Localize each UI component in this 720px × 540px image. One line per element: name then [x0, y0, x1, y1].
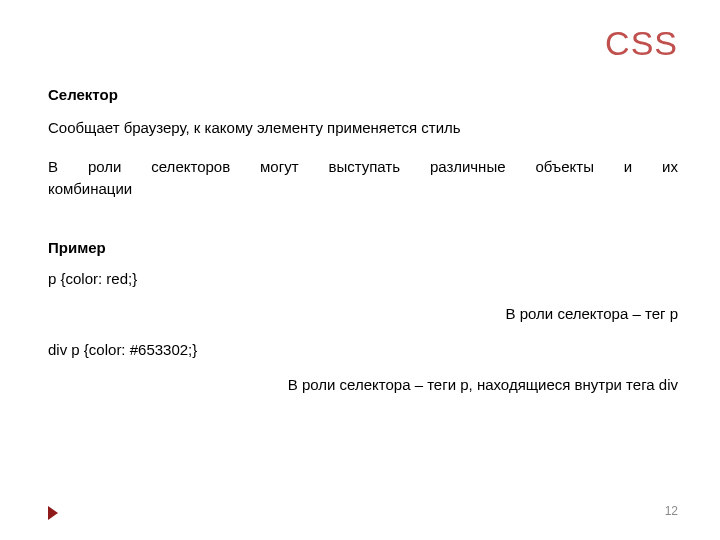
code-example-1: p {color: red;}: [48, 270, 678, 287]
page-number: 12: [665, 504, 678, 518]
section-heading-example: Пример: [48, 239, 678, 256]
slide-title: CSS: [605, 24, 678, 63]
note-2: В роли селектора – теги p, находящиеся в…: [48, 374, 678, 397]
paragraph-2-line1: В роли селекторов могут выступать различ…: [48, 156, 678, 179]
slide-content: Селектор Сообщает браузеру, к какому эле…: [48, 86, 678, 413]
play-arrow-icon: [48, 506, 58, 520]
section-heading-selector: Селектор: [48, 86, 678, 103]
paragraph-2-line2: комбинации: [48, 178, 678, 201]
code-example-2: div p {color: #653302;}: [48, 341, 678, 358]
note-1: В роли селектора – тег p: [48, 303, 678, 326]
paragraph-1: Сообщает браузеру, к какому элементу при…: [48, 117, 678, 140]
